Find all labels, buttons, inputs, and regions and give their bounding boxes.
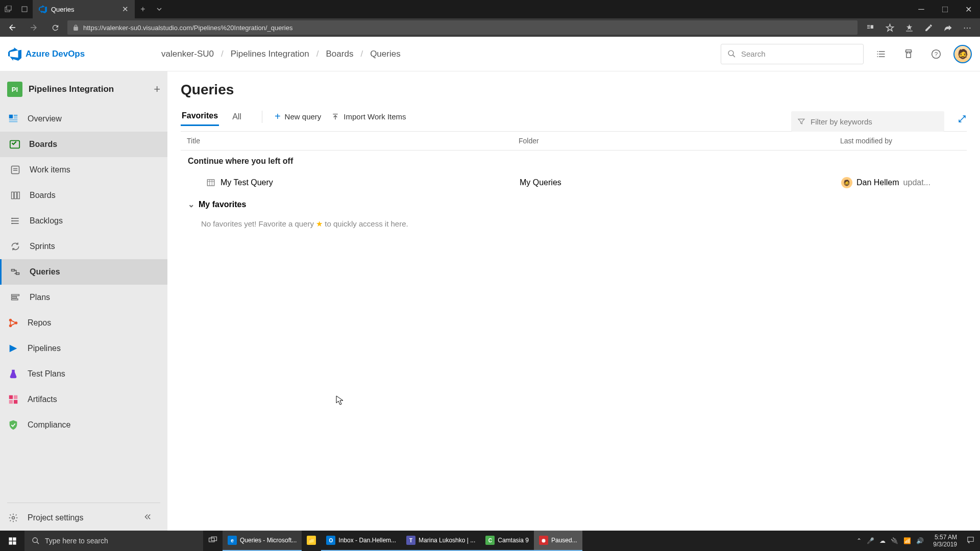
- taskbar-item-recorder[interactable]: ⏺Paused...: [534, 531, 582, 551]
- share-icon[interactable]: [938, 18, 958, 37]
- svg-point-4: [728, 51, 733, 56]
- sidebar-item-boards-sub[interactable]: Boards: [0, 183, 167, 208]
- breadcrumb-page[interactable]: Queries: [370, 49, 401, 59]
- project-selector[interactable]: PI Pipelines Integration +: [0, 76, 167, 106]
- forward-button[interactable]: [24, 18, 43, 37]
- svg-rect-45: [9, 541, 12, 544]
- svg-point-23: [11, 218, 13, 219]
- sidebar-item-sprints[interactable]: Sprints: [0, 234, 167, 259]
- import-icon: [331, 113, 339, 121]
- tray-mic-icon[interactable]: 🎤: [867, 537, 874, 544]
- import-work-items-button[interactable]: Import Work Items: [326, 109, 411, 124]
- window-close-button[interactable]: ✕: [957, 0, 980, 18]
- taskbar-item-edge[interactable]: eQueries - Microsoft...: [223, 531, 302, 551]
- address-bar[interactable]: https://valenker-su0.visualstudio.com/Pi…: [67, 20, 857, 35]
- reading-view-icon[interactable]: [861, 18, 880, 37]
- notes-icon[interactable]: [919, 18, 938, 37]
- azure-devops-icon: [39, 5, 47, 13]
- breadcrumb-project[interactable]: Pipelines Integration: [231, 49, 309, 59]
- tray-notifications-icon[interactable]: [966, 536, 975, 546]
- window-minimize-button[interactable]: ─: [910, 0, 933, 18]
- modified-by-name: Dan Hellem: [856, 178, 899, 187]
- tray-clock[interactable]: 5:57 AM 9/3/2019: [929, 534, 961, 548]
- project-settings-button[interactable]: Project settings: [0, 505, 167, 531]
- azure-devops-logo[interactable]: Azure DevOps: [8, 47, 156, 61]
- filter-input[interactable]: Filter by keywords: [791, 111, 944, 132]
- tray-onedrive-icon[interactable]: ☁: [879, 537, 886, 544]
- taskbar-item-camtasia[interactable]: CCamtasia 9: [480, 531, 534, 551]
- breadcrumb-area[interactable]: Boards: [326, 49, 354, 59]
- sidebar-item-work-items[interactable]: Work items: [0, 157, 167, 183]
- taskbar-item-outlook[interactable]: OInbox - Dan.Hellem...: [321, 531, 401, 551]
- start-button[interactable]: [0, 531, 24, 551]
- sidebar-item-boards[interactable]: Boards: [0, 132, 167, 157]
- new-item-button[interactable]: +: [154, 83, 160, 96]
- search-input[interactable]: Search: [721, 44, 864, 64]
- marketplace-icon[interactable]: [898, 44, 919, 64]
- favorites-list-icon[interactable]: [899, 18, 919, 37]
- board-icon: [9, 189, 21, 202]
- column-modified[interactable]: Last modified by: [840, 137, 961, 145]
- queries-icon: [9, 266, 21, 278]
- plus-icon: +: [275, 111, 281, 122]
- sidebar-item-repos[interactable]: Repos: [0, 310, 167, 336]
- svg-rect-37: [14, 400, 17, 404]
- page-title: Queries: [181, 82, 967, 98]
- task-view-button[interactable]: [203, 531, 223, 551]
- window-maximize-button[interactable]: [933, 0, 957, 18]
- tray-power-icon[interactable]: 🔌: [891, 537, 898, 544]
- breadcrumb-org[interactable]: valenker-SU0: [161, 49, 214, 59]
- new-tab-button[interactable]: +: [135, 5, 151, 14]
- star-icon: ★: [316, 219, 323, 228]
- user-avatar[interactable]: 🧔: [953, 45, 972, 63]
- system-tray[interactable]: ⌃ 🎤 ☁ 🔌 📶 🔊 5:57 AM 9/3/2019: [851, 534, 980, 548]
- taskbar-item-teams[interactable]: TMarina Lukoshko | ...: [401, 531, 480, 551]
- collapse-sidebar-icon[interactable]: [143, 512, 160, 523]
- svg-point-24: [11, 220, 13, 222]
- sidebar-item-compliance[interactable]: Compliance: [0, 412, 167, 438]
- taskbar-search[interactable]: Type here to search: [24, 531, 203, 551]
- more-icon[interactable]: ⋯: [958, 18, 977, 37]
- project-badge: PI: [7, 82, 22, 97]
- column-title[interactable]: Title: [187, 137, 519, 145]
- sidebar-item-overview[interactable]: Overview: [0, 106, 167, 132]
- compliance-icon: [7, 419, 19, 431]
- taskbar-item-explorer[interactable]: 📁: [302, 531, 321, 551]
- favorite-star-icon[interactable]: [880, 18, 899, 37]
- back-button[interactable]: [3, 18, 21, 37]
- tab-favorites[interactable]: Favorites: [181, 107, 219, 126]
- sidebar-item-artifacts[interactable]: Artifacts: [0, 387, 167, 412]
- sidebar-item-pipelines[interactable]: Pipelines: [0, 336, 167, 361]
- url-text: https://valenker-su0.visualstudio.com/Pi…: [83, 24, 292, 32]
- tab-actions-icon[interactable]: [0, 0, 16, 18]
- sidebar-item-test-plans[interactable]: Test Plans: [0, 361, 167, 387]
- svg-rect-10: [14, 117, 17, 118]
- tab-set-aside-icon[interactable]: [16, 0, 33, 18]
- refresh-button[interactable]: [46, 18, 64, 37]
- column-folder[interactable]: Folder: [519, 137, 840, 145]
- help-icon[interactable]: ?: [926, 44, 946, 64]
- sidebar-item-queries[interactable]: Queries: [0, 259, 167, 285]
- browser-tab[interactable]: Queries ✕: [33, 0, 135, 18]
- work-items-icon[interactable]: [871, 44, 891, 64]
- tab-chevron-icon[interactable]: [151, 0, 167, 18]
- svg-rect-30: [12, 299, 18, 300]
- expand-fullscreen-icon[interactable]: [958, 114, 967, 126]
- sidebar-item-backlogs[interactable]: Backlogs: [0, 208, 167, 234]
- query-folder: My Queries: [520, 178, 841, 187]
- close-tab-icon[interactable]: ✕: [122, 5, 129, 14]
- tab-all[interactable]: All: [231, 108, 242, 126]
- svg-text:?: ?: [935, 51, 938, 57]
- search-icon: [727, 49, 736, 58]
- new-query-button[interactable]: + New query: [270, 108, 326, 126]
- sidebar-item-plans[interactable]: Plans: [0, 285, 167, 310]
- tray-wifi-icon[interactable]: 📶: [903, 537, 911, 544]
- sidebar: PI Pipelines Integration + Overview Boar…: [0, 71, 167, 531]
- taskbar: Type here to search eQueries - Microsoft…: [0, 531, 980, 551]
- favorites-section-header[interactable]: ⌄ My favorites: [181, 193, 967, 215]
- tray-chevron-icon[interactable]: ⌃: [856, 537, 862, 544]
- query-icon: [206, 178, 215, 187]
- tray-volume-icon[interactable]: 🔊: [916, 537, 924, 544]
- svg-rect-29: [12, 296, 17, 298]
- query-row[interactable]: My Test Query My Queries 🧔 Dan Hellem up…: [181, 172, 967, 193]
